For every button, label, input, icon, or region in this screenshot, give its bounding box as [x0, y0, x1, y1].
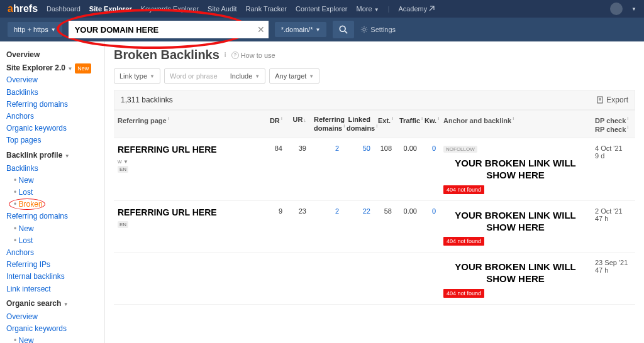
sidebar-backlink-header[interactable]: Backlink profile ▼: [6, 150, 98, 161]
cell-ld[interactable]: 50: [343, 138, 374, 201]
nav-academy[interactable]: Academy: [398, 5, 435, 13]
export-button[interactable]: Export: [596, 95, 628, 104]
sidebar-overview-header: Overview: [6, 49, 98, 61]
sidebar-se2[interactable]: Site Explorer 2.0 ▼: [6, 62, 72, 74]
cell-ur: 39: [286, 138, 310, 201]
cell-kw[interactable]: [421, 253, 440, 305]
th-rd[interactable]: Referring domains: [310, 111, 343, 138]
sidebar-item[interactable]: Overview: [6, 311, 98, 323]
sidebar-organic-header[interactable]: Organic search ▼: [6, 298, 98, 310]
th-kw[interactable]: Kw.: [421, 111, 440, 138]
sidebar-item[interactable]: Anchors: [6, 247, 98, 259]
new-badge: New: [75, 63, 91, 74]
nav-keywords-explorer[interactable]: Keywords Explorer: [141, 5, 199, 13]
results-count: 1,311 backlinks: [121, 95, 173, 104]
referring-url[interactable]: REFERRING URL HERE: [118, 207, 261, 217]
sidebar-backlinks[interactable]: Backlinks: [6, 163, 98, 175]
th-dr[interactable]: DR: [265, 111, 286, 138]
error-badge: 404 not found: [443, 237, 484, 246]
filter-anytarget[interactable]: Any target▼: [269, 68, 319, 84]
nav-site-audit[interactable]: Site Audit: [208, 5, 236, 13]
backlinks-table: Referring page DR UR Referring domains L…: [114, 110, 635, 305]
how-to-use-link[interactable]: ?How to use: [231, 52, 275, 59]
th-anchor[interactable]: Anchor and backlink: [440, 111, 591, 138]
ref-sub[interactable]: w ▼: [118, 158, 128, 165]
filter-bar: Link type▼ Word or phrase Include▼ Any t…: [114, 68, 635, 84]
clear-icon[interactable]: ✕: [257, 24, 265, 35]
error-badge: 404 not found: [443, 289, 484, 298]
nav-content-explorer[interactable]: Content Explorer: [296, 5, 348, 13]
cell-rd[interactable]: 2: [310, 200, 343, 253]
sidebar-refdom-lost[interactable]: Lost: [6, 235, 98, 247]
account-menu[interactable]: [610, 3, 623, 15]
sidebar-backlinks-new[interactable]: New: [6, 175, 98, 187]
sidebar-item[interactable]: Organic keywords: [6, 323, 98, 335]
cell-dr: 84: [265, 138, 286, 201]
cell-traffic: [396, 253, 421, 305]
cell-dr: 9: [265, 200, 286, 253]
cell-kw[interactable]: 0: [421, 200, 440, 253]
cell-ur: 23: [286, 200, 310, 253]
mode-selector[interactable]: *.domain/*▼: [275, 22, 327, 37]
cell-ext: 58: [374, 200, 396, 253]
cell-ld[interactable]: [343, 253, 374, 305]
settings-link[interactable]: Settings: [360, 26, 396, 33]
table-row: REFERRING URL HEREw ▼EN84392501080.000NO…: [114, 138, 635, 201]
logo[interactable]: ahrefs: [8, 3, 38, 14]
sidebar-backlinks-lost[interactable]: Lost: [6, 187, 98, 199]
error-badge: 404 not found: [443, 185, 484, 194]
search-bar: http + https▼ ✕ *.domain/*▼ Settings: [0, 18, 644, 41]
sidebar-item[interactable]: Backlinks: [6, 87, 98, 99]
th-check[interactable]: DP checkRP check: [591, 111, 635, 138]
search-button[interactable]: [333, 21, 354, 38]
th-referring-page[interactable]: Referring page: [114, 111, 265, 138]
broken-link-text: YOUR BROKEN LINK WILL SHOW HERE: [443, 210, 587, 234]
sidebar-item[interactable]: Internal backlinks: [6, 271, 98, 283]
th-traffic[interactable]: Traffic: [396, 111, 421, 138]
sidebar-item[interactable]: Top pages: [6, 134, 98, 146]
account-caret-icon: ▼: [631, 6, 636, 12]
cell-date: 4 Oct '219 d: [591, 138, 635, 201]
cell-date: 2 Oct '2147 h: [591, 200, 635, 253]
filter-linktype[interactable]: Link type▼: [114, 68, 160, 84]
th-ur[interactable]: UR: [286, 111, 310, 138]
cell-ext: 108: [374, 138, 396, 201]
nav-more[interactable]: More ▼: [357, 5, 379, 13]
broken-link-text: YOUR BROKEN LINK WILL SHOW HERE: [443, 261, 587, 285]
nav-site-explorer[interactable]: Site Explorer: [89, 5, 132, 13]
nav-rank-tracker[interactable]: Rank Tracker: [246, 5, 287, 13]
url-input[interactable]: [69, 21, 269, 38]
main-content: Broken Backlinksi ?How to use Link type▼…: [105, 41, 644, 343]
sidebar-item[interactable]: Overview: [6, 74, 98, 86]
table-row: YOUR BROKEN LINK WILL SHOW HERE404 not f…: [114, 253, 635, 305]
sidebar-backlinks-broken[interactable]: Broken: [6, 199, 98, 210]
sidebar: Overview Site Explorer 2.0 ▼ New Overvie…: [0, 41, 105, 343]
cell-traffic: 0.00: [396, 138, 421, 201]
sidebar-item[interactable]: Organic keywords: [6, 122, 98, 134]
cell-dr: [265, 253, 286, 305]
lang-badge: EN: [118, 221, 128, 228]
filter-word[interactable]: Word or phrase Include▼: [164, 68, 265, 84]
cell-rd[interactable]: [310, 253, 343, 305]
th-ld[interactable]: Linked domains: [343, 111, 374, 138]
sidebar-refdom-new[interactable]: New: [6, 223, 98, 235]
sidebar-ok-new[interactable]: New: [6, 335, 98, 343]
nav-dashboard[interactable]: Dashboard: [47, 5, 80, 13]
sidebar-item[interactable]: Anchors: [6, 111, 98, 122]
cell-traffic: 0.00: [396, 200, 421, 253]
svg-line-1: [345, 31, 347, 33]
cell-ld[interactable]: 22: [343, 200, 374, 253]
referring-url[interactable]: REFERRING URL HERE: [118, 144, 261, 155]
sidebar-item[interactable]: Link intersect: [6, 283, 98, 295]
sidebar-refdom[interactable]: Referring domains: [6, 210, 98, 222]
cell-ur: [286, 253, 310, 305]
page-title: Broken Backlinksi ?How to use: [114, 48, 635, 62]
cell-kw[interactable]: 0: [421, 138, 440, 201]
broken-link-text: YOUR BROKEN LINK WILL SHOW HERE: [443, 158, 587, 182]
protocol-selector[interactable]: http + https▼: [8, 22, 62, 37]
sidebar-item[interactable]: Referring IPs: [6, 259, 98, 271]
cell-rd[interactable]: 2: [310, 138, 343, 201]
lang-badge: EN: [118, 166, 128, 173]
sidebar-item[interactable]: Referring domains: [6, 99, 98, 111]
svg-point-2: [363, 28, 366, 31]
